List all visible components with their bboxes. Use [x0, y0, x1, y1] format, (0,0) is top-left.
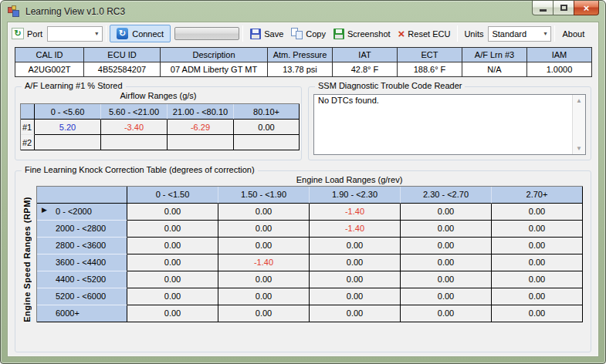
knock-cell[interactable]: 0.00	[492, 238, 583, 254]
knock-col-header[interactable]: 2.30 - <2.70	[401, 187, 492, 204]
af-col-header[interactable]: 5.60 - <21.00	[101, 104, 168, 120]
port-select[interactable]: ▾	[47, 26, 103, 42]
close-button[interactable]: ×	[574, 1, 599, 15]
af-col-header[interactable]: 80.10+	[234, 104, 300, 120]
af-cell[interactable]	[168, 135, 234, 150]
knock-cell[interactable]: 0.00	[401, 221, 492, 238]
info-header-ect: ECT	[398, 48, 462, 62]
knock-row-header[interactable]: 5200 - <6000	[37, 288, 127, 305]
app-icon	[8, 5, 20, 17]
knock-correction-group: Fine Learning Knock Correction Table (de…	[15, 170, 591, 352]
knock-title: Fine Learning Knock Correction Table (de…	[22, 165, 258, 174]
units-select[interactable]: Standard ▾	[488, 26, 551, 42]
knock-cell[interactable]: 0.00	[492, 288, 583, 305]
knock-cell[interactable]: 0.00	[127, 221, 218, 238]
port-label: Port	[24, 29, 46, 39]
knock-cell[interactable]: 0.00	[401, 305, 492, 322]
af-cell[interactable]: 5.20	[35, 120, 101, 135]
knock-row-header[interactable]: 2800 - <3600	[37, 238, 127, 254]
knock-correction-table: 0 - <1.50 1.50 - <1.90 1.90 - <2.30 2.30…	[36, 186, 583, 322]
scroll-down-icon[interactable]: ▼	[576, 145, 582, 152]
knock-cell[interactable]: -1.40	[218, 254, 310, 271]
scroll-up-icon[interactable]: ▲	[576, 97, 582, 104]
knock-row: 4400 - <5200 0.00 0.00 0.00 0.00 0.00	[37, 271, 583, 288]
knock-col-header[interactable]: 0 - <1.50	[127, 187, 218, 204]
knock-cell[interactable]: 0.00	[218, 204, 310, 221]
units-label: Units	[461, 29, 486, 39]
knock-cell[interactable]: 0.00	[218, 238, 310, 254]
chevron-down-icon: ▾	[540, 30, 550, 37]
knock-col-header[interactable]: 1.90 - <2.30	[310, 187, 401, 204]
reset-ecu-button[interactable]: × Reset ECU	[394, 27, 455, 41]
af-row: #2	[21, 135, 300, 150]
knock-cell[interactable]: -1.40	[310, 204, 401, 221]
knock-cell[interactable]: 0.00	[310, 305, 401, 322]
minimize-button[interactable]	[532, 1, 554, 15]
knock-cell[interactable]: -1.40	[310, 221, 401, 238]
knock-cell[interactable]: 0.00	[127, 238, 218, 254]
af-cell[interactable]	[35, 135, 101, 150]
knock-cell[interactable]: 0.00	[492, 221, 583, 238]
knock-row-header[interactable]: 2000 - <2800	[37, 221, 127, 238]
knock-cell[interactable]: 0.00	[492, 271, 583, 288]
about-button[interactable]: About	[558, 28, 588, 40]
knock-row-header[interactable]: ▶0 - <2000	[37, 204, 127, 221]
info-value-iam: 1.0000	[527, 62, 592, 77]
af-cell[interactable]: 0.00	[234, 120, 300, 135]
dtc-scrollbar[interactable]: ▲ ▼	[572, 95, 585, 154]
knock-cell[interactable]: 0.00	[310, 254, 401, 271]
knock-row-header[interactable]: 3600 - <4400	[37, 254, 127, 271]
copy-button[interactable]: Copy	[287, 26, 330, 41]
knock-cell[interactable]: 0.00	[310, 271, 401, 288]
knock-cell[interactable]: 0.00	[218, 271, 310, 288]
ecu-info-table: CAL ID ECU ID Description Atm. Pressure …	[15, 47, 592, 77]
knock-cell[interactable]: 0.00	[310, 238, 401, 254]
af-cell[interactable]: -3.40	[101, 120, 168, 135]
knock-row-header[interactable]: 6000+	[37, 305, 127, 322]
knock-row: 2000 - <2800 0.00 0.00 -1.40 0.00 0.00	[37, 221, 583, 238]
knock-cell[interactable]: 0.00	[492, 204, 583, 221]
knock-cell[interactable]: 0.00	[218, 288, 310, 305]
af-col-header[interactable]: 0 - <5.60	[35, 104, 101, 120]
knock-cell[interactable]: 0.00	[401, 238, 492, 254]
knock-cell[interactable]: 0.00	[310, 288, 401, 305]
knock-cell[interactable]: 0.00	[401, 271, 492, 288]
dtc-output-box[interactable]: No DTCs found. ▲ ▼	[313, 94, 586, 155]
knock-col-header[interactable]: 1.50 - <1.90	[218, 187, 310, 204]
connect-button[interactable]: ↻ Connect	[110, 25, 171, 42]
titlebar[interactable]: Learning View v1.0 RC3	[1, 1, 605, 22]
client-area: ↻ Port ▾ ↻ Connect Save Copy	[7, 22, 599, 357]
knock-cell[interactable]: 0.00	[127, 288, 218, 305]
copy-label: Copy	[306, 29, 326, 39]
dtc-title: SSM Diagnostic Trouble Code Reader	[315, 81, 465, 90]
af-cell[interactable]: -6.29	[168, 120, 234, 135]
engine-speed-ranges-label: Engine Speed Ranges (RPM)	[18, 186, 36, 322]
knock-cell[interactable]: 0.00	[401, 288, 492, 305]
knock-cell[interactable]: 0.00	[401, 204, 492, 221]
knock-cell[interactable]: 0.00	[127, 254, 218, 271]
knock-col-header[interactable]: 2.70+	[492, 187, 583, 204]
save-button[interactable]: Save	[246, 27, 287, 41]
knock-row: 2800 - <3600 0.00 0.00 0.00 0.00 0.00	[37, 238, 583, 254]
af-cell[interactable]	[234, 135, 300, 150]
knock-cell[interactable]: 0.00	[218, 221, 310, 238]
knock-cell[interactable]: 0.00	[401, 254, 492, 271]
knock-cell[interactable]: 0.00	[218, 305, 310, 322]
af-row-header[interactable]: #1	[21, 120, 35, 135]
knock-cell[interactable]: 0.00	[127, 204, 218, 221]
af-cell[interactable]	[101, 135, 168, 150]
screenshot-button[interactable]: Screenshot	[330, 27, 394, 41]
af-col-header[interactable]: 21.00 - <80.10	[168, 104, 234, 120]
knock-cell[interactable]: 0.00	[492, 305, 583, 322]
port-refresh-icon[interactable]: ↻	[12, 28, 24, 39]
middle-section: A/F Learning #1 % Stored Airflow Ranges …	[15, 86, 591, 160]
knock-cell[interactable]: 0.00	[492, 254, 583, 271]
knock-cell[interactable]: 0.00	[127, 271, 218, 288]
close-icon: ×	[584, 2, 590, 14]
reset-ecu-label: Reset ECU	[408, 29, 450, 39]
af-row-header[interactable]: #2	[21, 135, 35, 150]
toolbar: ↻ Port ▾ ↻ Connect Save Copy	[8, 22, 598, 45]
knock-row-header[interactable]: 4400 - <5200	[37, 271, 127, 288]
maximize-button[interactable]	[553, 1, 574, 15]
knock-cell[interactable]: 0.00	[127, 305, 218, 322]
